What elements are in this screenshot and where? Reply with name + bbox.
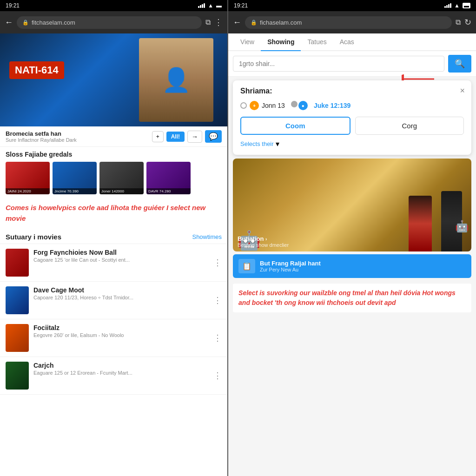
- movie-info-4: Carjch Eaguare 125 or 12 Erorean - Fcuni…: [33, 362, 209, 376]
- feature-info: Butiation › Besting show dmeclier: [238, 235, 289, 248]
- radio-1[interactable]: [240, 102, 247, 109]
- left-hero-figure: 👤: [139, 38, 213, 122]
- feature-title: Butiation ›: [238, 235, 289, 242]
- thumb-item-1[interactable]: JAINI 24.2020: [6, 162, 50, 194]
- right-annotation: Select is suvorking our wailzble ong tme…: [233, 284, 471, 312]
- left-movies-title: Sutuary i movies: [6, 233, 61, 241]
- left-chat-icon: 💬: [209, 132, 218, 140]
- option-icon-blue: ●: [298, 101, 308, 110]
- left-movies-header: Sutuary i movies Showtimes: [0, 228, 227, 244]
- feature-subtitle: Besting show dmeclier: [238, 242, 289, 248]
- movie-info-1: Forg Faynchioies Now Ball Cagoare 125 'o…: [33, 249, 209, 263]
- left-showtimes-link[interactable]: Showtimes: [192, 233, 222, 240]
- modal-options: + Jonn 13 ● Juke 12:139: [240, 101, 464, 110]
- left-tab-icon[interactable]: ⧉: [205, 18, 211, 26]
- left-hero-image: NATI-614 ☂ 👤: [0, 33, 227, 126]
- tab-showing[interactable]: Showing: [261, 33, 301, 51]
- right-search-button[interactable]: 🔍: [448, 55, 471, 73]
- right-feature-image[interactable]: 🤖 🤖 Butiation › Besting show dmeclier: [233, 159, 471, 251]
- right-back-button[interactable]: ←: [233, 18, 241, 27]
- left-all-button[interactable]: All!: [166, 132, 185, 142]
- left-info-sub: Sure Inflactnor Ray/allabe Dark: [6, 137, 152, 143]
- right-lock-icon: 🔒: [251, 20, 257, 26]
- right-status-bar: 19:21 ▲ ▬: [228, 0, 476, 11]
- left-more-icon[interactable]: ⋮: [214, 17, 223, 27]
- left-time: 19:21: [6, 2, 20, 9]
- left-info-left: Bromecia setfa han Sure Inflactnor Ray/a…: [6, 130, 152, 143]
- thumb-label-4: DAVR 74.280: [146, 188, 191, 194]
- modal-corg-button[interactable]: Corg: [355, 117, 464, 135]
- left-wifi-icon: ▲: [208, 2, 213, 9]
- movie-item-2: Dave Cage Moot Capoare 120 11/23, Horeso…: [0, 282, 227, 319]
- right-tab-icon[interactable]: ⧉: [456, 18, 461, 26]
- movie-item-3: Fociitalz Eegovre 260' or lile, Ealsum -…: [0, 319, 227, 357]
- modal-select-text: Selects their: [240, 140, 274, 147]
- left-annotation: Comes is howelvpics corle aad lihota the…: [0, 198, 227, 228]
- right-tabs: View Showing Tatues Acas: [228, 33, 476, 51]
- tab-tatues[interactable]: Tatues: [301, 33, 333, 51]
- modal-buttons: Coom Corg: [240, 117, 464, 135]
- movie-item-1: Forg Faynchioies Now Ball Cagoare 125 'o…: [0, 244, 227, 282]
- tab-acas[interactable]: Acas: [333, 33, 361, 51]
- feature-figures: [409, 191, 462, 251]
- option-label-1: Jonn 13: [262, 102, 285, 109]
- right-battery-icon: ▬: [463, 3, 470, 8]
- right-url-bar[interactable]: 🔒 fichaselam.com: [245, 16, 452, 29]
- thumb-label-3: Joner 142000: [99, 188, 144, 194]
- movie-menu-1[interactable]: ⋮: [213, 258, 222, 268]
- left-hero-logo: NATI-614: [9, 61, 64, 79]
- option-divider: ●: [292, 101, 306, 110]
- modal-close-button[interactable]: ×: [460, 86, 465, 96]
- left-url-text: fitchaselam.com: [32, 19, 75, 26]
- right-wifi-icon: ▲: [454, 2, 460, 9]
- feature-chevron-icon: ›: [265, 237, 267, 242]
- left-url-bar[interactable]: 🔒 fitchaselam.com: [17, 16, 202, 29]
- left-add-button[interactable]: +: [152, 131, 164, 142]
- right-panel: 19:21 ▲ ▬ ← 🔒 fichaselam.com ⧉ ↻ View Sh…: [228, 0, 476, 476]
- modal-dropdown-icon[interactable]: ▾: [276, 139, 279, 148]
- left-lock-icon: 🔒: [22, 20, 29, 26]
- thumb-item-3[interactable]: Joner 142000: [99, 162, 144, 194]
- movie-menu-3[interactable]: ⋮: [213, 333, 222, 343]
- movie-menu-2[interactable]: ⋮: [213, 295, 222, 305]
- right-modal: Shriama: × + Jonn 13 ● J: [233, 80, 471, 155]
- left-movies-section: Sutuary i movies Showtimes Forg Faynchio…: [0, 228, 227, 476]
- movie-sub-4: Eaguare 125 or 12 Erorean - Fcunity Mart…: [33, 370, 209, 376]
- right-search-input[interactable]: [233, 56, 444, 72]
- tab-view[interactable]: View: [234, 33, 261, 51]
- thumb-item-2[interactable]: Jncime 70.390: [53, 162, 97, 194]
- modal-select-row[interactable]: Selects their ▾: [240, 139, 464, 148]
- left-chat-button[interactable]: 💬: [205, 130, 222, 143]
- left-movie-thumbs: JAINI 24.2020 Jncime 70.390 Joner 142000…: [0, 160, 227, 198]
- movie-item-4: Carjch Eaguare 125 or 12 Erorean - Fcuni…: [0, 357, 227, 395]
- modal-option-1[interactable]: + Jonn 13: [240, 101, 285, 110]
- promo-text: But Frang Raljal hant Zur Pery New Au: [260, 260, 466, 272]
- modal-option-2[interactable]: Juke 12:139: [314, 102, 350, 109]
- left-arrow-button[interactable]: →: [187, 131, 202, 143]
- right-signal-icon: [444, 3, 451, 8]
- movie-title-4: Carjch: [33, 362, 209, 369]
- right-time: 19:21: [234, 2, 248, 9]
- right-promo-bar[interactable]: 📋 But Frang Raljal hant Zur Pery New Au: [233, 254, 471, 278]
- left-back-button[interactable]: ←: [5, 18, 13, 27]
- modal-coom-button[interactable]: Coom: [240, 117, 350, 135]
- left-panel: 19:21 ▲ ▬ ← 🔒 fitchaselam.com ⧉ ⋮ NATI-6…: [0, 0, 227, 476]
- promo-icon: 📋: [238, 259, 255, 273]
- left-battery-icon: ▬: [216, 2, 222, 9]
- movie-thumb-2: [6, 286, 29, 314]
- option-label-2: Juke 12:139: [314, 102, 350, 109]
- left-info-btns: + All! → 💬: [152, 130, 222, 143]
- modal-title: Shriama:: [240, 87, 464, 95]
- thumb-item-4[interactable]: DAVR 74.280: [146, 162, 191, 194]
- movie-title-3: Fociitalz: [33, 324, 209, 331]
- movie-sub-2: Capoare 120 11/23, Horeso ÷ Tdst Trnidor…: [33, 295, 209, 300]
- option-icon-orange: +: [250, 101, 259, 110]
- right-search-bar: 🔍: [228, 51, 476, 77]
- figure-woman: [409, 196, 432, 251]
- right-refresh-icon[interactable]: ↻: [464, 17, 471, 27]
- movie-info-3: Fociitalz Eegovre 260' or lile, Ealsum -…: [33, 324, 209, 338]
- promo-title: But Frang Raljal hant: [260, 260, 466, 267]
- thumb-label-1: JAINI 24.2020: [6, 188, 50, 194]
- movie-sub-3: Eegovre 260' or lile, Ealsum - No Woolo: [33, 332, 209, 338]
- movie-menu-4[interactable]: ⋮: [213, 370, 222, 381]
